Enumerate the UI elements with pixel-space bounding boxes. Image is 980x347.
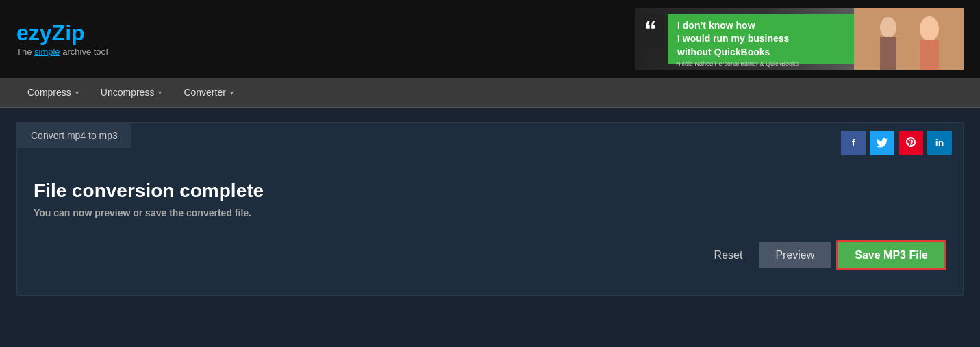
ad-quote: “ [638, 14, 664, 48]
header: ezyZip The simple archive tool “ I don’t… [0, 0, 980, 78]
svg-point-3 [880, 17, 896, 38]
logo-area: ezyZip The simple archive tool [16, 22, 108, 57]
ad-text: I don’t know how I would run my business… [668, 14, 854, 65]
social-buttons: f in [830, 123, 963, 164]
save-mp3-button[interactable]: Save MP3 File [836, 240, 946, 270]
logo-ezy: ezy [16, 21, 52, 45]
conversion-title: File conversion complete [34, 180, 946, 202]
twitter-share-button[interactable] [870, 131, 894, 155]
navbar: Compress ▾ Uncompress ▾ Converter ▾ [0, 78, 980, 108]
tagline-simple: simple [34, 47, 60, 57]
svg-rect-4 [880, 37, 896, 70]
nav-compress-label: Compress [27, 87, 71, 98]
action-buttons: Reset Preview Save MP3 File [34, 240, 946, 273]
nav-compress[interactable]: Compress ▾ [16, 78, 90, 107]
nav-uncompress-label: Uncompress [101, 87, 155, 98]
nav-uncompress[interactable]: Uncompress ▾ [90, 78, 173, 107]
logo-tagline: The simple archive tool [16, 47, 108, 57]
logo-zip: Zip [52, 21, 85, 45]
card-tab: Convert mp4 to mp3 [17, 123, 131, 149]
main-content: Convert mp4 to mp3 f in File conversion … [0, 108, 980, 341]
logo[interactable]: ezyZip [16, 22, 108, 44]
nav-compress-arrow: ▾ [75, 89, 79, 97]
pinterest-share-button[interactable] [899, 131, 923, 155]
card-body: File conversion complete You can now pre… [17, 164, 963, 295]
preview-button[interactable]: Preview [759, 242, 831, 268]
ad-banner[interactable]: “ I don’t know how I would run my busine… [635, 8, 964, 70]
ad-person-image [854, 8, 964, 70]
nav-converter-arrow: ▾ [230, 89, 234, 97]
conversion-subtitle: You can now preview or save the converte… [34, 207, 946, 218]
nav-converter[interactable]: Converter ▾ [173, 78, 244, 107]
nav-uncompress-arrow: ▾ [158, 89, 162, 97]
conversion-card: Convert mp4 to mp3 f in File conversion … [16, 122, 964, 296]
svg-rect-0 [854, 8, 964, 70]
svg-point-1 [920, 16, 939, 41]
facebook-share-button[interactable]: f [841, 131, 866, 155]
card-top-row: Convert mp4 to mp3 f in [17, 123, 963, 164]
nav-converter-label: Converter [184, 87, 225, 98]
linkedin-share-button[interactable]: in [927, 131, 952, 155]
ad-caption: Nicole Nahed Personal trainer & QuickBoo… [676, 60, 799, 67]
svg-rect-2 [920, 40, 939, 70]
reset-button[interactable]: Reset [703, 244, 754, 267]
